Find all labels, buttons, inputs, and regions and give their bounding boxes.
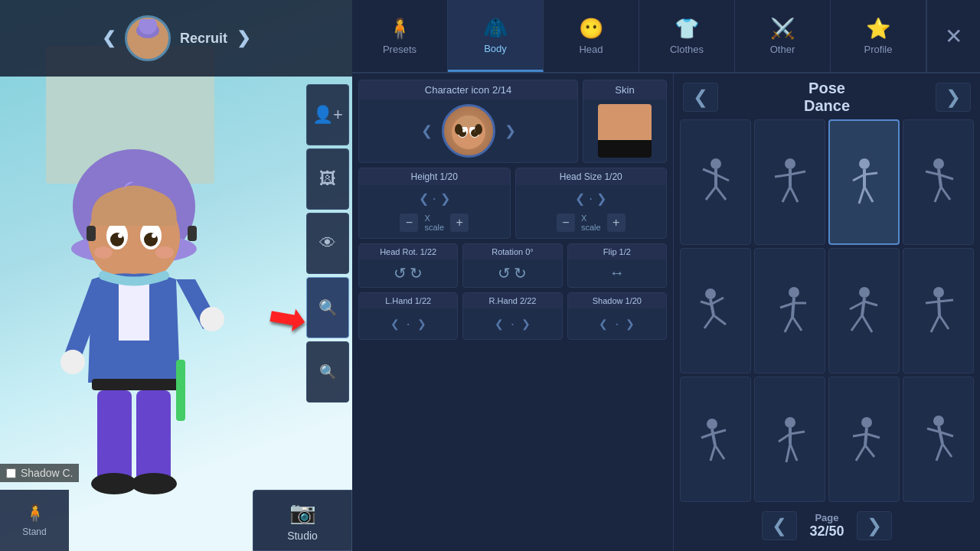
close-button[interactable]: ✕	[926, 0, 980, 72]
head-size-header: Head Size 1/20	[516, 168, 667, 185]
rotation-cw[interactable]: ↻	[514, 264, 527, 282]
character-area: ❮ Recruit ❯	[0, 0, 352, 551]
recruit-prev-button[interactable]: ❮	[102, 28, 116, 48]
lhand-next[interactable]: ❯	[414, 315, 430, 333]
svg-line-101	[865, 445, 874, 457]
pose-cell-8[interactable]	[903, 248, 974, 373]
char-icon-next[interactable]: ❯	[501, 119, 519, 142]
pose-cell-12[interactable]	[903, 377, 974, 502]
pose-cell-6[interactable]	[754, 248, 825, 373]
recruit-bar: ❮ Recruit ❯	[0, 0, 352, 77]
height-plus[interactable]: +	[450, 214, 469, 232]
height-box: Height 1/20 ❮ • ❯ − Xscale +	[358, 168, 511, 239]
svg-line-77	[862, 315, 872, 332]
add-user-button[interactable]: 👤+	[306, 84, 349, 145]
skin-header: Skin	[583, 80, 666, 99]
flip-btn[interactable]: ↔	[609, 264, 625, 282]
svg-rect-26	[176, 360, 185, 421]
shadow-checkbox[interactable]	[6, 468, 16, 478]
head-rot-cw[interactable]: ↻	[410, 264, 423, 282]
shadow-box: Shadow 1/20 ❮ • ❯	[567, 292, 667, 340]
svg-line-104	[927, 429, 939, 432]
pose-prev-button[interactable]: ❮	[683, 83, 718, 112]
rotation-ccw[interactable]: ↺	[498, 264, 511, 282]
svg-rect-23	[136, 390, 171, 482]
character-figure	[15, 77, 268, 520]
lhand-prev[interactable]: ❮	[387, 315, 403, 333]
pose-cell-10[interactable]	[754, 377, 825, 502]
lhand-content: ❮ • ❯	[359, 308, 457, 339]
rhand-next[interactable]: ❯	[518, 315, 534, 333]
svg-point-34	[455, 124, 462, 135]
recruit-next-button[interactable]: ❯	[237, 28, 250, 48]
svg-line-51	[864, 173, 877, 174]
svg-line-58	[935, 187, 941, 202]
pose-cell-5[interactable]	[680, 248, 751, 373]
svg-point-66	[789, 287, 799, 298]
gallery-button[interactable]: 🖼	[306, 148, 349, 210]
tab-head[interactable]: 😶 Head	[544, 0, 639, 72]
svg-point-60	[705, 289, 716, 299]
page-prev-button[interactable]: ❮	[762, 511, 797, 540]
pose-dance-title: PoseDance	[804, 80, 850, 115]
head-rot-ccw[interactable]: ↺	[394, 264, 407, 282]
studio-button[interactable]: 📷 Studio	[253, 490, 352, 551]
svg-line-67	[792, 298, 794, 317]
zoom-out-button[interactable]: 🔍	[306, 341, 349, 403]
eye-button[interactable]: 👁	[306, 213, 349, 274]
head-rot-content: ↺ ↻	[359, 259, 457, 287]
lhand-box: L.Hand 1/22 ❮ • ❯	[358, 292, 458, 340]
head-size-prev[interactable]: ❮	[575, 191, 585, 206]
pose-cell-11[interactable]	[828, 377, 900, 502]
flip-header: Flip 1/2	[568, 244, 666, 259]
pose-grid	[680, 119, 974, 502]
skin-preview[interactable]	[598, 104, 652, 158]
svg-point-54	[933, 158, 944, 169]
pose-cell-3[interactable]	[828, 119, 900, 245]
shadow-prev[interactable]: ❮	[596, 315, 611, 333]
height-minus[interactable]: −	[400, 214, 418, 232]
rhand-prev[interactable]: ❮	[492, 315, 507, 333]
head-size-plus[interactable]: +	[607, 214, 626, 232]
tab-profile[interactable]: ⭐ Profile	[831, 0, 926, 72]
tab-other[interactable]: ⚔️ Other	[735, 0, 831, 72]
head-icon: 😶	[579, 17, 603, 41]
height-scale: − Xscale +	[359, 212, 510, 238]
pose-cell-9[interactable]	[680, 377, 751, 502]
tab-presets[interactable]: 🧍 Presets	[352, 0, 448, 72]
profile-label: Profile	[864, 44, 893, 55]
profile-icon: ⭐	[866, 17, 890, 41]
pose-cell-2[interactable]	[754, 119, 825, 245]
head-scale-label: Xscale	[581, 214, 601, 232]
height-prev[interactable]: ❮	[419, 191, 429, 206]
svg-line-50	[853, 174, 864, 181]
tab-clothes[interactable]: 👕 Clothes	[639, 0, 735, 72]
svg-line-86	[701, 434, 712, 438]
height-next[interactable]: ❯	[440, 191, 450, 206]
svg-line-44	[775, 174, 790, 177]
svg-line-92	[779, 434, 790, 442]
studio-label: Studio	[287, 530, 318, 542]
svg-point-25	[131, 473, 177, 494]
head-size-minus[interactable]: −	[557, 214, 575, 232]
pose-cell-4[interactable]	[903, 119, 974, 245]
head-size-next[interactable]: ❯	[596, 191, 606, 206]
clothes-label: Clothes	[670, 44, 704, 55]
presets-label: Presets	[383, 44, 416, 55]
char-icon-prev[interactable]: ❮	[418, 119, 436, 142]
pose-cell-1[interactable]	[680, 119, 751, 245]
clothes-icon: 👕	[675, 17, 699, 41]
svg-line-70	[785, 317, 792, 332]
shadow-next[interactable]: ❯	[622, 315, 638, 333]
tab-body[interactable]: 🧥 Body	[448, 0, 544, 72]
zoom-in-button[interactable]: 🔍	[306, 277, 349, 338]
hand-row: L.Hand 1/22 ❮ • ❯ R.Hand 2/22 ❮ • ❯	[358, 292, 667, 340]
pose-cell-7[interactable]	[828, 248, 900, 373]
pose-next-button[interactable]: ❯	[936, 83, 971, 112]
close-icon: ✕	[945, 24, 962, 49]
stand-button[interactable]: 🧍 Stand	[0, 490, 69, 551]
content-area: Character icon 2/14 ❮	[352, 73, 980, 551]
recruit-avatar	[125, 15, 171, 61]
page-next-button[interactable]: ❯	[857, 511, 892, 540]
height-scale-label: Xscale	[424, 214, 444, 232]
